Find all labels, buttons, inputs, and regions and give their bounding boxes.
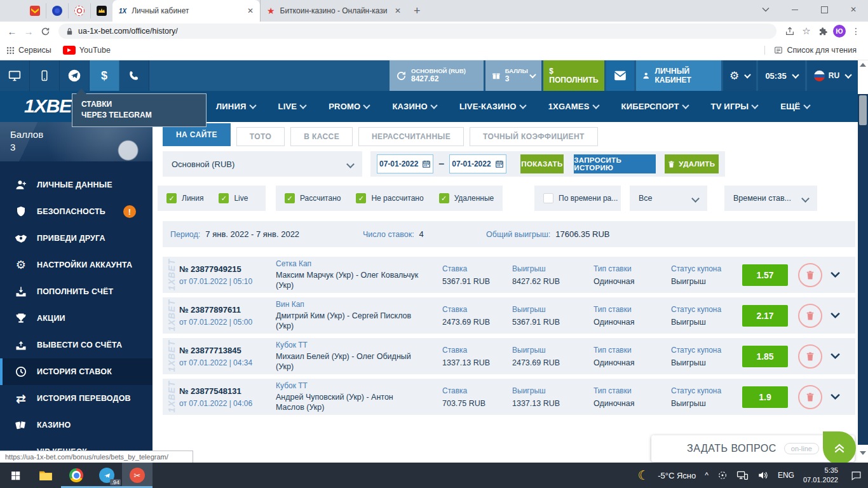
request-history-button[interactable]: ЗАПРОСИТЬ ИСТОРИЮ [574, 154, 655, 173]
sidebar-item[interactable]: ЛИЧНЫЕ ДАННЫЕ [0, 172, 153, 198]
bet-event[interactable]: Кубок ТТ [276, 381, 419, 390]
network-icon[interactable] [736, 470, 749, 480]
filter-checkbox[interactable]: ✓ Удаленные [439, 193, 494, 203]
delete-button[interactable]: УДАЛИТЬ [665, 154, 719, 173]
start-button[interactable] [0, 463, 31, 488]
filter-checkbox[interactable]: По времени ра... [543, 193, 618, 203]
filter-checkbox[interactable]: ✓ Рассчитано [285, 193, 341, 203]
bet-event[interactable]: Кубок ТТ [276, 341, 419, 349]
bet-event[interactable]: Вин Кап [276, 300, 419, 309]
extensions-puzzle-icon[interactable] [815, 27, 831, 36]
telegram-taskbar-button[interactable]: .94 [92, 463, 122, 488]
crown-icon[interactable] [91, 3, 112, 18]
filter-checkbox[interactable]: ✓ Линия [166, 193, 203, 203]
reading-list-button[interactable]: Список для чтения [764, 46, 857, 55]
keyboard-language[interactable]: ENG [778, 471, 794, 480]
mobile-app-icon[interactable] [30, 60, 60, 91]
delete-bet-button[interactable] [798, 385, 822, 409]
language-selector[interactable]: RU [807, 60, 858, 91]
refresh-button[interactable] [37, 27, 53, 36]
personal-cabinet-button[interactable]: ЛИЧНЫЙ КАБИНЕТ [636, 60, 721, 91]
nav-item[interactable]: PROMO [329, 102, 369, 111]
history-tab[interactable]: ТОТО [236, 127, 285, 146]
history-tab[interactable]: В КАССЕ [290, 127, 353, 146]
sidebar-item[interactable]: ВЫВЕСТИ СО СЧЁТА [0, 332, 153, 358]
date-to-input[interactable]: 07-01-2022 [449, 154, 506, 173]
expand-bet-button[interactable] [830, 312, 841, 319]
taskbar-clock[interactable]: 5:35 07.01.2022 [803, 466, 838, 485]
dollar-icon[interactable]: $ [90, 60, 119, 91]
date-from-input[interactable]: 07-01-2022 [377, 154, 433, 173]
casino-chip-icon[interactable] [69, 3, 91, 18]
window-minimize-button[interactable] [780, 0, 810, 19]
scroll-up-arrow-icon[interactable] [860, 63, 866, 67]
chat-widget[interactable]: ЗАДАТЬ ВОПРОС on-line [651, 435, 855, 462]
phone-icon[interactable] [119, 60, 149, 91]
filter-checkbox[interactable]: ✓ Live [219, 193, 248, 203]
screenrec-taskbar-button[interactable]: ✂ [122, 463, 153, 488]
browser-tab-inactive[interactable]: ★ Биткоин-казино - Онлайн-кази ✕ [260, 0, 407, 22]
coefficient-button[interactable]: 1.57 [742, 264, 788, 286]
tab-close-icon[interactable]: ✕ [395, 6, 401, 15]
hidden-icons-button[interactable]: ^ [705, 471, 709, 480]
messages-button[interactable] [606, 60, 634, 91]
expand-bet-button[interactable] [830, 271, 841, 278]
window-restore-button[interactable] [810, 0, 839, 19]
share-icon[interactable] [782, 26, 798, 36]
forward-button[interactable]: → [20, 26, 37, 37]
delete-bet-button[interactable] [798, 263, 822, 287]
tab-close-icon[interactable]: ✕ [247, 6, 254, 15]
nav-item[interactable]: ЕЩЁ [780, 102, 809, 111]
file-explorer-button[interactable] [31, 463, 61, 488]
nav-item[interactable]: TV ИГРЫ [711, 102, 758, 111]
telegram-bets-icon[interactable] [60, 60, 90, 91]
mail-icon[interactable] [24, 3, 46, 18]
nav-item[interactable]: КАЗИНО [392, 102, 437, 111]
bookmark-star-icon[interactable]: ☆ [798, 25, 815, 37]
coefficient-button[interactable]: 2.17 [742, 305, 788, 327]
account-select[interactable]: Основной (RUB) [163, 151, 362, 177]
blue-logo-icon[interactable] [46, 3, 69, 18]
expand-bet-button[interactable] [830, 353, 841, 360]
bookmark-services[interactable]: Сервисы [6, 46, 51, 55]
history-tab[interactable]: ТОЧНЫЙ КОЭФФИЦИЕНТ [470, 127, 598, 146]
coefficient-button[interactable]: 1.85 [742, 346, 788, 367]
nav-item[interactable]: LIVE [278, 102, 306, 111]
browser-menu-icon[interactable]: ⋮ [848, 26, 864, 36]
browser-tab-active[interactable]: 1X Личный кабинет ✕ [112, 0, 260, 22]
chrome-taskbar-button[interactable] [61, 463, 92, 488]
address-bar[interactable]: ua-1x-bet.com/office/history/ [58, 24, 776, 39]
expand-bet-button[interactable] [830, 393, 841, 400]
scroll-down-arrow-icon[interactable] [860, 451, 866, 455]
nav-item[interactable]: КИБЕРСПОРТ [621, 102, 688, 111]
tray-recorder-icon[interactable] [717, 470, 728, 480]
sidebar-item[interactable]: АКЦИИ [0, 305, 153, 332]
back-button[interactable]: ← [4, 26, 20, 37]
coefficient-button[interactable]: 1.9 [742, 386, 788, 408]
bookmark-youtube[interactable]: YouTube [63, 46, 111, 55]
sidebar-item[interactable]: ИСТОРИЯ СТАВОК [0, 358, 153, 385]
deposit-button[interactable]: $ ПОПОЛНИТЬ [543, 60, 604, 91]
chat-open-button[interactable] [823, 431, 856, 464]
nav-item[interactable]: ЛИНИЯ [216, 102, 255, 111]
weather-widget[interactable]: -5°C Ясно [658, 471, 696, 480]
history-tab[interactable]: НЕРАССЧИТАННЫЕ [358, 127, 464, 146]
bet-event[interactable]: Сетка Кап [276, 259, 419, 268]
nav-item[interactable]: LIVE-КАЗИНО [459, 102, 526, 111]
sidebar-item[interactable]: ⚙ НАСТРОЙКИ АККАУНТА [0, 252, 153, 278]
desktop-app-icon[interactable] [0, 60, 30, 91]
show-button[interactable]: ПОКАЗАТЬ [520, 154, 564, 173]
scrollbar-thumb[interactable] [859, 95, 867, 125]
new-tab-button[interactable]: + [414, 4, 421, 18]
nav-item[interactable]: 1XGAMES [548, 102, 599, 111]
sidebar-item[interactable]: ПОПОЛНИТЬ СЧЁТ [0, 278, 153, 305]
bet-time-select[interactable]: Времени став... [724, 186, 817, 211]
sidebar-item[interactable]: БЕЗОПАСНОСТЬ ! [0, 198, 153, 225]
sidebar-item[interactable]: ⇄ ИСТОРИЯ ПЕРЕВОДОВ [0, 385, 153, 412]
window-chevron-icon[interactable] [751, 0, 780, 19]
time-widget[interactable]: 05:35 [758, 60, 805, 91]
sidebar-item[interactable]: КАЗИНО [0, 412, 153, 438]
filter-checkbox[interactable]: ✓ Не рассчитано [356, 193, 423, 203]
window-close-button[interactable]: ✕ [839, 0, 868, 19]
volume-icon[interactable] [757, 470, 769, 480]
